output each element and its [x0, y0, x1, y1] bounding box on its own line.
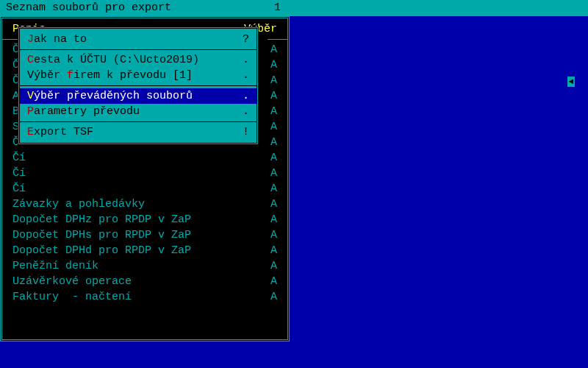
menu-separator: [20, 121, 257, 122]
menu-item[interactable]: Export TSF!: [20, 124, 257, 140]
list-item-value: A: [262, 197, 277, 211]
menu-item-tail: .: [243, 54, 249, 66]
menu-separator: [20, 49, 257, 50]
list-item[interactable]: Dopočet DPHz pro RPDP v ZaPA: [2, 212, 287, 227]
menu-item[interactable]: Výběr firem k převodu [1].: [20, 68, 257, 83]
scroll-indicator-icon[interactable]: [567, 77, 575, 87]
window-number: 1: [274, 0, 281, 16]
list-item-value: A: [262, 244, 277, 258]
list-item-label: Dopočet DPHs pro RPDP v ZaP: [12, 228, 262, 242]
list-item[interactable]: Dopočet DPHd pro RPDP v ZaPA: [2, 243, 287, 258]
menu-item-label: Jak na to: [27, 33, 243, 46]
list-item-label: Dopočet DPHd pro RPDP v ZaP: [12, 244, 262, 258]
list-item-label: Uzávěrkové operace: [12, 275, 262, 289]
list-item-label: Dopočet DPHz pro RPDP v ZaP: [12, 213, 262, 227]
menu-item[interactable]: Jak na to?: [20, 32, 257, 47]
list-item[interactable]: Závazky a pohledávkyA: [2, 197, 287, 212]
menu-item-label: Výběr převáděných souborů: [27, 90, 243, 102]
list-item[interactable]: Peněžní deníkA: [2, 258, 287, 274]
list-item-value: A: [262, 275, 277, 289]
list-item-label: Faktury - načtení: [12, 290, 262, 304]
list-item[interactable]: Dopočet DPHs pro RPDP v ZaPA: [2, 227, 287, 243]
menu-item[interactable]: Parametry převodu.: [20, 104, 257, 119]
menu-item-tail: .: [243, 90, 249, 102]
list-item-value: A: [262, 228, 277, 242]
menu-item-tail: !: [243, 126, 249, 138]
menu-item-tail: ?: [243, 33, 249, 46]
list-item-value: A: [262, 290, 277, 304]
menu-item-tail: .: [243, 105, 249, 118]
list-item[interactable]: Faktury - načteníA: [2, 289, 287, 305]
menu-item-label: Cesta k ÚČTU (C:\Ucto2019): [27, 54, 243, 66]
menu-item[interactable]: Výběr převáděných souborů.: [20, 88, 257, 104]
menu-panel: Jak na to?Cesta k ÚČTU (C:\Ucto2019).Výb…: [18, 26, 259, 145]
list-item-value: A: [262, 259, 277, 273]
window-title: Seznam souborů pro export: [6, 0, 171, 16]
menu-item-label: Export TSF: [27, 126, 243, 138]
menu-item-label: Výběr firem k převodu [1]: [27, 69, 243, 82]
list-item-label: Peněžní deník: [12, 259, 262, 273]
title-bar: Seznam souborů pro export 1: [0, 0, 588, 16]
menu-item-label: Parametry převodu: [27, 105, 243, 118]
menu-separator: [20, 85, 257, 86]
list-item-label: Závazky a pohledávky: [12, 197, 262, 211]
list-item-value: A: [262, 213, 277, 227]
list-item[interactable]: Uzávěrkové operaceA: [2, 274, 287, 289]
menu-item[interactable]: Cesta k ÚČTU (C:\Ucto2019).: [20, 52, 257, 68]
menu-item-tail: .: [243, 69, 249, 82]
